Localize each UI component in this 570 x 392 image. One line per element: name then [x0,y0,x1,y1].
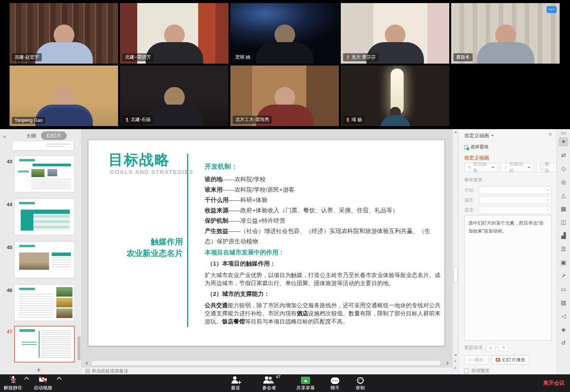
video-options-chevron[interactable] [57,377,62,382]
tab-outline[interactable]: 大纲 [26,133,36,139]
scroll-up-arrow[interactable] [454,131,457,133]
archive-icon[interactable]: ▭ [559,285,568,294]
participant-nametag: 宏韬 姚 [233,53,253,61]
video-tile[interactable]: 宏韬 姚 [230,3,339,64]
muted-mic-icon [8,376,18,384]
star-icon: ☆ [504,165,508,170]
speed-dropdown[interactable] [479,206,552,214]
slide-thumbnail-partial[interactable] [12,141,74,151]
participant-name: 宏韬 姚 [235,54,250,61]
next-slide-button[interactable]: ≚ [454,367,457,370]
participant-nametag: 北方工大-梁玮男 [233,116,272,124]
record-button[interactable]: 录制 [356,376,365,391]
table-icon[interactable]: ▦ [559,204,568,213]
video-tile[interactable]: 域 杨 [341,66,449,126]
property-option-row: 属性: [464,196,552,204]
video-tile[interactable]: 北建--荣玥芳 [120,3,228,64]
collapse-sidebar-icon[interactable]: « [3,133,6,139]
video-tile[interactable]: Yanpeng Gao [10,66,118,126]
participant-nametag: 吉建-赵宏宇 [12,53,42,61]
participant-name: Yanpeng Gao [15,118,43,123]
horizontal-scrollbar-thumb[interactable] [91,360,441,366]
speed-option-row: 速度: [464,206,552,214]
delete-effect-button[interactable]: 删除 [536,163,557,172]
image-library-icon[interactable]: ▣ [559,258,568,267]
sidebar-scrollbar-thumb[interactable] [77,336,80,360]
start-video-button[interactable]: 启动视频 [34,376,52,391]
slide-thumbnail[interactable] [14,198,75,235]
panel-title-dropdown[interactable]: 自定义动画 [464,132,494,139]
tile-more-button[interactable]: ••• [547,6,557,13]
auto-preview-checkbox[interactable] [464,369,469,373]
role1-heading: （1）本项目的触媒作用： [207,260,442,268]
plugin-icon[interactable]: ◈ [559,325,568,334]
selection-pane-button[interactable]: 选择窗格 [464,144,489,150]
property-dropdown[interactable] [479,196,552,204]
shapes-icon[interactable]: ◇ [559,164,568,173]
unmute-button[interactable]: 解除静音 [4,376,22,391]
slide-thumbnail[interactable] [14,156,75,192]
animation-buttons-row: ✎ 添加效果 ☆ 智能动画 删除 [464,163,557,172]
slide-canvas[interactable]: 目标战略 GOALS AND STRATEGIES 触媒作用 农业新业态名片 开… [88,140,445,346]
tab-slides[interactable]: 幻灯片 [41,131,67,140]
start-dropdown[interactable] [479,186,552,194]
auto-preview-label: 自动预览 [471,367,490,374]
slide-number: 44 [3,202,12,207]
video-tile[interactable]: 吉建-赵宏宇 [10,3,118,64]
leave-meeting-button[interactable]: 离开会议 [543,380,565,387]
mechanism-item: 产生效益——（社会）增进社会包容、（经济）实现农科院和旅游体验互利共赢、（生态）… [205,226,442,246]
medal-icon[interactable]: ◎ [559,177,568,187]
video-tile[interactable]: 北方工大-梁玮男 [230,66,339,126]
history-icon[interactable]: ↺ [559,338,568,348]
record-icon [357,377,364,384]
muted-mic-icon [346,55,350,60]
participant-video [252,25,317,64]
audio-options-chevron[interactable] [24,377,29,382]
audio-icon[interactable]: ◁ [559,312,568,321]
custom-animation-icon[interactable]: ✦ [559,137,568,146]
chat-button[interactable]: 聊天 [330,376,340,391]
meeting-toolbar: 解除静音 启动视频 邀请 47 参会者 共享屏幕 聊天 录制 离开会 [0,374,570,392]
video-tile[interactable]: 东大 李莎莎 [341,3,449,64]
video-tile[interactable]: ••• 蔡新冬 [451,3,560,64]
vertical-scrollbar-thumb[interactable] [453,266,458,283]
scroll-left-arrow[interactable] [85,361,87,365]
adjust-icon[interactable]: ☰ [559,244,568,254]
play-button[interactable]: ▷ 播放 [464,355,488,364]
add-slide-button[interactable]: + [36,366,41,375]
picture-icon[interactable]: ▨ [559,298,568,307]
add-effect-button[interactable]: ✎ 添加效果 [464,163,498,172]
reorder-up-button[interactable]: ▲ [486,344,496,351]
scroll-down-arrow[interactable] [454,354,457,356]
start-option-row: 开始: [464,186,552,194]
slide-divider-line [187,154,188,327]
slide-thumbnail-selected[interactable] [14,326,75,362]
slide-thumbnail[interactable] [14,241,75,278]
smart-animation-button[interactable]: ☆ 智能动画 [500,163,534,172]
chart-icon[interactable]: ▟ [559,231,568,240]
slideshow-button[interactable]: 幻灯片播放 [491,355,529,364]
notes-bar[interactable]: 单击此处添加备注 [82,367,452,374]
layout-icon[interactable]: ◫ [559,218,568,227]
pencil-icon: ✎ [468,165,471,170]
export-icon[interactable]: ↗ [559,271,568,280]
trash-icon [540,166,543,170]
participant-nametag: 东大 李莎莎 [343,53,378,61]
video-tile[interactable]: 北建-石炀 [120,66,228,126]
slide-number: 46 [3,287,12,293]
share-screen-button[interactable]: 共享屏幕 [296,376,315,391]
previous-slide-button[interactable]: ≙ [454,360,457,363]
participants-icon [263,376,275,384]
slide-title: 目标战略 [108,150,170,170]
invite-button[interactable]: 邀请 [231,376,240,391]
pyramid-icon[interactable]: △ [559,191,568,200]
rail-drag-handle-icon[interactable] [561,132,566,133]
slide-thumbnail[interactable] [14,284,75,321]
close-panel-button[interactable]: × [549,131,552,138]
participants-button[interactable]: 47 参会者 [262,376,276,391]
scroll-right-arrow[interactable] [447,361,449,365]
video-grid: 吉建-赵宏宇 北建--荣玥芳 宏韬 姚 东大 李莎莎 ••• 蔡新冬 Yanpe… [0,0,570,129]
reorder-down-button[interactable]: ▼ [499,344,509,351]
slide-transition-icon[interactable]: ⇄ [559,151,568,160]
modify-effect-heading: 修改效果 [464,177,483,183]
